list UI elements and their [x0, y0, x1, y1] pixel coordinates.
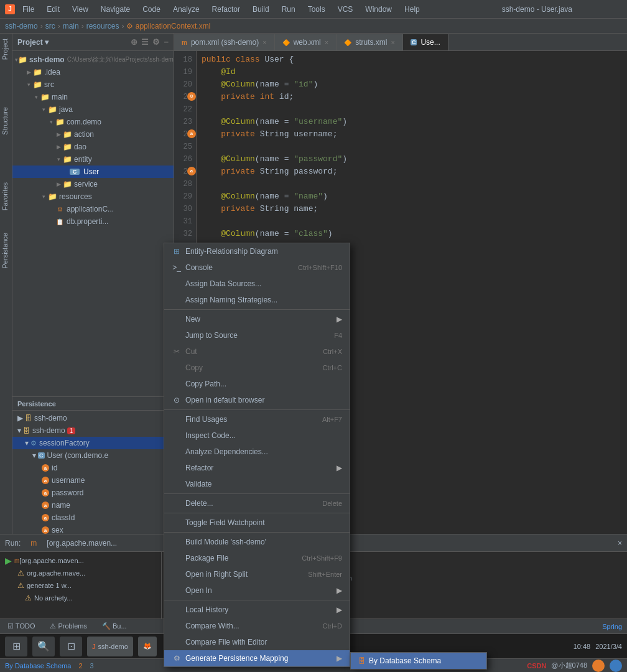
ctx-refactor[interactable]: Refactor ▶: [164, 460, 350, 476]
menu-navigate[interactable]: Navigate: [98, 4, 132, 15]
persist-classid[interactable]: a classId: [12, 511, 174, 524]
persist-sessionfactory[interactable]: ▾ ⚙ sessionFactory: [12, 437, 174, 449]
persist-sshdemo1[interactable]: ▶ 🗄 ssh-demo: [12, 412, 174, 424]
breadcrumb-src[interactable]: src: [45, 22, 55, 30]
ctx-package[interactable]: Package File Ctrl+Shift+F9: [164, 550, 350, 566]
close-run-btn[interactable]: ×: [618, 539, 622, 548]
ctx-open-right-split[interactable]: Open in Right Split Shift+Enter: [164, 566, 350, 582]
breadcrumb-main[interactable]: main: [63, 22, 79, 30]
ctx-open-browser[interactable]: ⊙ Open in default browser: [164, 392, 350, 408]
ctx-jump-label: Jump to Source: [185, 331, 238, 340]
menu-analyze[interactable]: Analyze: [170, 4, 202, 15]
run-item-2[interactable]: ⚠ org.apache.mave...: [2, 567, 159, 579]
ctx-er-diagram[interactable]: ⊞ Entity-Relationship Diagram: [164, 243, 350, 259]
run-item-1[interactable]: ▶ m [org.apache.maven...: [2, 554, 159, 567]
tree-service[interactable]: ▶ 📁 service: [12, 178, 174, 190]
tree-java[interactable]: ▾ 📁 java: [12, 103, 174, 116]
ctx-validate[interactable]: Validate: [164, 476, 350, 492]
run-item-4[interactable]: ⚠ No archety...: [2, 592, 159, 604]
menu-code[interactable]: Code: [140, 4, 163, 15]
struts-tab-close[interactable]: ×: [391, 39, 395, 46]
tab-problems[interactable]: ⚠ Problems: [47, 621, 90, 632]
ctx-assign-naming[interactable]: Assign Naming Strategies...: [164, 292, 350, 308]
sep3: ›: [81, 22, 84, 30]
persist-username[interactable]: a username: [12, 474, 174, 487]
persist-sshdemo2[interactable]: ▾ 🗄 ssh-demo 1: [12, 424, 174, 437]
tab-user-java[interactable]: C Use...: [403, 34, 448, 50]
menu-tools[interactable]: Tools: [305, 4, 328, 15]
ctx-local-history[interactable]: Local History ▶: [164, 602, 350, 618]
tree-comdemo[interactable]: ▾ 📁 com.demo: [12, 116, 174, 128]
breadcrumb-file[interactable]: ⚙ applicationContext.xml: [126, 22, 210, 30]
structure-tab-label[interactable]: Structure: [0, 102, 12, 140]
persistence-tab-label[interactable]: Persistance: [0, 228, 12, 273]
ctx-new[interactable]: New ▶: [164, 311, 350, 327]
tab-build[interactable]: 🔨 Bu...: [100, 621, 129, 632]
pom-tab-close[interactable]: ×: [262, 39, 266, 46]
tree-main[interactable]: ▾ 📁 main: [12, 91, 174, 103]
tree-src[interactable]: ▾ 📁 src: [12, 78, 174, 91]
ctx-assign-sources[interactable]: Assign Data Sources...: [164, 276, 350, 292]
run-item-3[interactable]: ⚠ generate 1 w...: [2, 579, 159, 592]
tab-pom-xml[interactable]: m pom.xml (ssh-demo) ×: [174, 34, 275, 50]
tab-struts-xml[interactable]: 🔶 struts.xml ×: [337, 34, 403, 50]
submenu-by-db-schema[interactable]: 🗄 By Database Schema: [351, 653, 486, 669]
menu-build[interactable]: Build: [250, 4, 272, 15]
menu-help[interactable]: Help: [402, 4, 422, 15]
menu-view[interactable]: View: [70, 4, 91, 15]
ctx-watchpoint[interactable]: Toggle Field Watchpoint: [164, 515, 350, 531]
start-button[interactable]: ⊞: [5, 637, 27, 656]
ctx-delete[interactable]: Delete... Delete: [164, 495, 350, 511]
menu-refactor[interactable]: Refactor: [210, 4, 243, 15]
list-icon[interactable]: ☰: [141, 37, 149, 47]
taskbar-browser-item[interactable]: 🦊: [138, 637, 157, 656]
ctx-console[interactable]: >_ Console Ctrl+Shift+F10: [164, 259, 350, 276]
tab-todo[interactable]: ☑ TODO: [5, 621, 37, 632]
menu-run[interactable]: Run: [279, 4, 298, 15]
ctx-compare-with[interactable]: Compare With... Ctrl+D: [164, 618, 350, 634]
web-tab-icon: 🔶: [282, 39, 290, 46]
persist-name[interactable]: a name: [12, 499, 174, 511]
tree-action[interactable]: ▶ 📁 action: [12, 128, 174, 141]
tree-appcontext[interactable]: ⚙ applicationC...: [12, 203, 174, 215]
persist-password[interactable]: a password: [12, 487, 174, 499]
ctx-jump-source[interactable]: Jump to Source F4: [164, 327, 350, 343]
add-icon[interactable]: ⊕: [131, 37, 137, 47]
ctx-jump-shortcut: F4: [334, 332, 342, 339]
tree-resources[interactable]: ▾ 📁 resources: [12, 190, 174, 203]
tree-dao[interactable]: ▶ 📁 dao: [12, 141, 174, 153]
taskview-button[interactable]: ⊡: [60, 637, 82, 656]
tab-web-xml[interactable]: 🔶 web.xml ×: [275, 34, 337, 50]
menu-file[interactable]: File: [20, 4, 37, 15]
menu-edit[interactable]: Edit: [44, 4, 62, 15]
breadcrumb-project[interactable]: ssh-demo: [5, 22, 38, 30]
persist-user[interactable]: ▾ C User (com.demo.e: [12, 449, 174, 462]
search-button[interactable]: 🔍: [32, 637, 55, 656]
ctx-inspect[interactable]: Inspect Code...: [164, 427, 350, 444]
tree-ssh-demo-root[interactable]: ▾ 📁 ssh-demo C:\Users\徐文兴\IdeaProjects\s…: [12, 54, 174, 66]
favorites-tab-label[interactable]: Favorites: [0, 177, 12, 215]
tree-idea[interactable]: ▶ 📁 .idea: [12, 66, 174, 78]
ctx-copy-path[interactable]: Copy Path...: [164, 376, 350, 392]
project-tab-label[interactable]: Project: [0, 34, 12, 65]
ctx-analyze-deps[interactable]: Analyze Dependencies...: [164, 444, 350, 460]
menu-window[interactable]: Window: [363, 4, 394, 15]
ctx-copy[interactable]: Copy Ctrl+C: [164, 360, 350, 376]
taskbar-ide-item[interactable]: J ssh-demo: [87, 637, 133, 656]
tree-dbprops[interactable]: 📋 db.properti...: [12, 215, 174, 228]
tree-user[interactable]: C User: [12, 166, 174, 178]
minimize-icon[interactable]: −: [164, 37, 169, 47]
menu-vcs[interactable]: VCS: [335, 4, 356, 15]
web-tab-close[interactable]: ×: [325, 39, 328, 46]
ctx-open-in[interactable]: Open In ▶: [164, 582, 350, 599]
persist-id[interactable]: a id: [12, 462, 174, 474]
breadcrumb-resources[interactable]: resources: [86, 22, 119, 30]
tree-entity[interactable]: ▾ 📁 entity: [12, 153, 174, 166]
ctx-new-label: New: [185, 315, 200, 324]
ctx-cut[interactable]: ✂ Cut Ctrl+X: [164, 343, 350, 360]
ctx-build-module[interactable]: Build Module 'ssh-demo': [164, 534, 350, 550]
ctx-generate-persistence[interactable]: ⚙ Generate Persistence Mapping ▶: [164, 650, 350, 666]
gear-icon[interactable]: ⚙: [152, 37, 160, 47]
ctx-compare-editor[interactable]: Compare File with Editor: [164, 634, 350, 650]
ctx-find-usages[interactable]: Find Usages Alt+F7: [164, 411, 350, 427]
